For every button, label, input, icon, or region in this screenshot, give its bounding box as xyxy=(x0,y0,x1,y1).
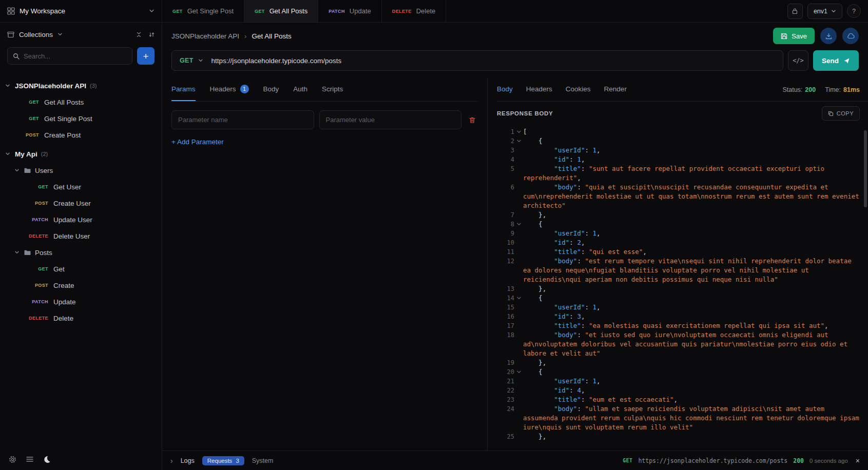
environment-select[interactable]: env1 xyxy=(807,4,842,19)
line-number: 14 xyxy=(497,293,514,303)
sidebar-request[interactable]: POSTCreate xyxy=(0,277,162,293)
json-token: : xyxy=(585,146,592,154)
param-name-input[interactable] xyxy=(171,110,314,129)
close-icon[interactable]: × xyxy=(854,457,860,465)
copy-button[interactable]: COPY xyxy=(822,106,860,121)
sidebar-request[interactable]: DELETEDelete xyxy=(0,310,162,326)
cloud-sync-button[interactable] xyxy=(842,28,859,44)
request-tab[interactable]: GETGet Single Post xyxy=(162,0,244,22)
response-tab-body[interactable]: Body xyxy=(497,78,513,101)
code-text: "body": "et iusto sed quo iure\nvoluptat… xyxy=(523,330,861,358)
code-line: 20 { xyxy=(497,367,861,377)
sidebar-request[interactable]: POSTCreate User xyxy=(0,195,162,211)
help-button[interactable]: ? xyxy=(847,4,861,18)
scrollbar[interactable] xyxy=(863,127,867,448)
import-download-button[interactable] xyxy=(820,28,837,44)
method-label: DELETE xyxy=(24,316,48,321)
json-token xyxy=(523,183,554,191)
breadcrumb-request: Get All Posts xyxy=(252,32,292,40)
code-text: "body": "quia et suscipit\nsuscipit recu… xyxy=(523,183,861,210)
status-label: Status: xyxy=(782,86,802,93)
line-number: 9 xyxy=(497,229,514,238)
sidebar-request[interactable]: GETGet xyxy=(0,261,162,277)
code-text: "userId": 1, xyxy=(523,303,861,312)
fold-toggle-icon[interactable] xyxy=(514,136,523,146)
settings-gear-icon[interactable] xyxy=(9,456,16,463)
requests-pill[interactable]: Requests 3 xyxy=(202,456,244,465)
collapse-all-icon[interactable] xyxy=(136,32,142,37)
logs-toggle[interactable]: Logs xyxy=(181,457,195,464)
sort-icon[interactable] xyxy=(149,32,155,37)
console-expand-icon[interactable]: › xyxy=(170,457,173,465)
sidebar-request[interactable]: GETGet User xyxy=(0,179,162,195)
workspace-switcher[interactable]: My Workspace xyxy=(0,0,162,22)
save-label: Save xyxy=(792,32,807,40)
save-button[interactable]: Save xyxy=(773,28,815,44)
delete-param-button[interactable] xyxy=(467,114,478,126)
line-number: 1 xyxy=(497,127,514,136)
request-tab[interactable]: PATCHUpdate xyxy=(318,0,382,22)
menu-hamburger-icon[interactable] xyxy=(26,456,33,462)
search-input[interactable] xyxy=(24,52,127,60)
request-tab-body[interactable]: Body xyxy=(263,78,279,101)
response-tab-cookies[interactable]: Cookies xyxy=(566,78,591,101)
sidebar-request[interactable]: GETGet All Posts xyxy=(0,94,162,110)
sidebar-collection[interactable]: My Api(2) xyxy=(0,146,162,162)
json-token: "ea molestias quasi exercitationem repel… xyxy=(589,322,824,329)
search-box[interactable] xyxy=(7,47,132,65)
add-collection-button[interactable]: + xyxy=(137,47,155,65)
breadcrumb-collection[interactable]: JSONPlaceholder API xyxy=(171,32,239,40)
sidebar-request[interactable]: POSTCreate Post xyxy=(0,127,162,143)
fold-toggle-icon[interactable] xyxy=(514,293,523,303)
code-line: 9 "userId": 1, xyxy=(497,229,861,238)
code-text: "id": 2, xyxy=(523,238,861,247)
lock-button[interactable] xyxy=(787,4,803,19)
tab-label: Body xyxy=(263,85,279,93)
line-number: 5 xyxy=(497,164,514,183)
param-value-input[interactable] xyxy=(319,110,462,129)
json-token: }, xyxy=(523,211,546,219)
fold-toggle-icon[interactable] xyxy=(514,367,523,377)
sidebar-request[interactable]: PATCHUpdate xyxy=(0,293,162,310)
request-tab[interactable]: GETGet All Posts xyxy=(244,0,318,22)
json-token: { xyxy=(523,220,543,228)
method-select[interactable]: GET xyxy=(172,57,211,64)
fold-toggle-icon[interactable] xyxy=(514,220,523,229)
json-token: 1 xyxy=(593,146,597,154)
code-snippet-button[interactable]: </> xyxy=(788,50,808,71)
scrollbar-thumb[interactable] xyxy=(864,130,867,207)
method-label: POST xyxy=(24,283,48,288)
add-parameter-link[interactable]: + Add Parameter xyxy=(171,138,478,146)
code-line: 3 "userId": 1, xyxy=(497,146,861,155)
json-token: "qui est esse" xyxy=(589,248,643,256)
collections-header[interactable]: Collections xyxy=(0,23,162,46)
code-line: 5 "title": "sunt aut facere repellat pro… xyxy=(497,164,861,183)
send-button[interactable]: Send xyxy=(813,50,859,71)
request-tab-headers[interactable]: Headers1 xyxy=(210,78,249,101)
request-tab[interactable]: DELETEDelete xyxy=(382,0,446,22)
request-tab-scripts[interactable]: Scripts xyxy=(322,78,343,101)
tab-label: Headers xyxy=(210,85,236,93)
sidebar-folder[interactable]: Users xyxy=(0,162,162,179)
fold-toggle-icon[interactable] xyxy=(514,127,523,136)
json-token xyxy=(523,239,554,246)
sidebar-request[interactable]: PATCHUpdate User xyxy=(0,211,162,228)
fold-spacer xyxy=(514,330,523,358)
url-input[interactable]: https://jsonplaceholder.typicode.com/pos… xyxy=(211,57,342,65)
json-token xyxy=(523,229,554,237)
method-label: GET xyxy=(14,100,39,105)
response-tab-headers[interactable]: Headers xyxy=(526,78,552,101)
request-tab-auth[interactable]: Auth xyxy=(293,78,307,101)
request-tab-params[interactable]: Params xyxy=(171,78,196,101)
sidebar-request[interactable]: DELETEDelete User xyxy=(0,228,162,244)
method-label: GET xyxy=(24,266,48,271)
response-tab-render[interactable]: Render xyxy=(604,78,627,101)
system-toggle[interactable]: System xyxy=(252,457,274,464)
sidebar-folder[interactable]: Posts xyxy=(0,244,162,261)
tab-label: Get Single Post xyxy=(187,7,234,15)
code-text: "userId": 1, xyxy=(523,146,861,155)
theme-moon-icon[interactable] xyxy=(43,456,50,463)
response-body-viewer[interactable]: 1[2 {3 "userId": 1,4 "id": 1,5 "title": … xyxy=(497,125,868,451)
sidebar-request[interactable]: GETGet Single Post xyxy=(0,110,162,127)
sidebar-collection[interactable]: JSONPlaceholder API(3) xyxy=(0,77,162,94)
